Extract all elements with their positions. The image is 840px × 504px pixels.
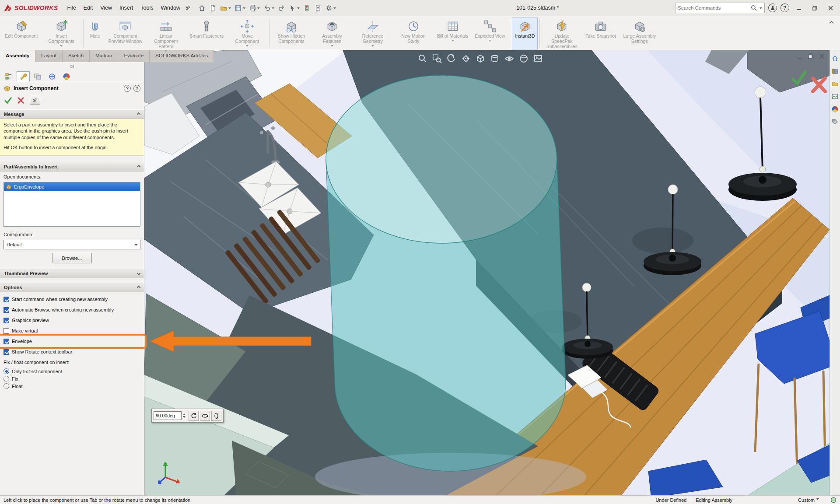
ribbon-button-take-snapshot[interactable]: Take Snapshot xyxy=(582,18,619,49)
checkbox-show-rotate-context-toolbar[interactable]: Show Rotate context toolbar xyxy=(0,346,144,357)
checkbox-icon[interactable] xyxy=(4,318,9,323)
redo-icon[interactable] xyxy=(276,4,287,13)
minimize-icon[interactable] xyxy=(793,2,805,14)
radio-float[interactable]: Float xyxy=(0,382,144,390)
print-caret-icon[interactable] xyxy=(257,7,260,10)
checkbox-start-command[interactable]: Start command when creating new assembly xyxy=(0,294,144,304)
user-icon[interactable] xyxy=(768,4,777,12)
propertymanager-tab[interactable] xyxy=(17,71,30,82)
ribbon-button-assembly-features[interactable]: Assembly Features xyxy=(312,18,352,49)
zoom-fit-icon[interactable] xyxy=(418,54,427,63)
view-palette-icon[interactable] xyxy=(831,93,839,100)
file-properties-icon[interactable] xyxy=(313,4,323,13)
units-selector[interactable]: Custom xyxy=(798,497,819,503)
splitter-handle-icon[interactable] xyxy=(70,65,74,68)
menu-window[interactable]: Window xyxy=(157,2,183,14)
open-icon[interactable] xyxy=(219,4,232,13)
section-header-options[interactable]: Options xyxy=(0,283,144,292)
reference-geometry-caret-icon[interactable] xyxy=(371,45,374,48)
rotation-angle-field[interactable]: 90.00deg xyxy=(154,411,182,420)
ribbon-button-bill-of-materials[interactable]: Bill of Materials xyxy=(434,18,471,49)
undo-icon[interactable] xyxy=(262,4,276,13)
menu-pin-icon[interactable] xyxy=(185,5,190,10)
options-caret-icon[interactable] xyxy=(333,7,336,10)
section-header-thumbnail-preview[interactable]: Thumbnail Preview xyxy=(0,269,144,278)
radio-icon[interactable] xyxy=(4,368,9,374)
checkbox-icon[interactable] xyxy=(4,297,9,302)
ribbon-collapse-icon[interactable] xyxy=(825,18,838,28)
panel-splitter[interactable] xyxy=(0,62,144,71)
search-commands-box[interactable] xyxy=(675,3,765,13)
angle-spinner[interactable] xyxy=(183,412,186,419)
rotate-y-button[interactable] xyxy=(200,411,210,421)
radio-icon[interactable] xyxy=(4,376,9,382)
bom-caret-icon[interactable] xyxy=(452,40,454,43)
dimxpertmanager-tab[interactable] xyxy=(46,71,59,82)
checkbox-icon[interactable] xyxy=(4,349,9,355)
move-component-caret-icon[interactable] xyxy=(246,45,248,48)
menu-view[interactable]: View xyxy=(97,2,116,14)
new-document-icon[interactable] xyxy=(208,4,218,13)
spinner-down-icon[interactable] xyxy=(183,416,186,419)
insert-components-caret-icon[interactable] xyxy=(60,45,63,48)
open-documents-list[interactable]: ErgoEnvelope xyxy=(4,182,140,227)
view-orientation-icon[interactable] xyxy=(476,54,485,63)
rebuild-icon[interactable] xyxy=(302,4,312,13)
radio-fix[interactable]: Fix xyxy=(0,375,144,382)
graphics-viewport[interactable]: 90.00deg xyxy=(144,50,830,495)
tab-layout[interactable]: Layout xyxy=(35,50,63,62)
search-caret-icon[interactable] xyxy=(760,7,762,10)
select-arrow-icon[interactable] xyxy=(287,4,301,13)
checkbox-icon[interactable] xyxy=(4,328,9,334)
ribbon-button-component-preview-window[interactable]: Component Preview Window xyxy=(105,18,145,49)
expand-chevron-icon[interactable] xyxy=(137,272,140,275)
menu-insert[interactable]: Insert xyxy=(116,2,136,14)
pm-help-icon[interactable]: ? xyxy=(133,85,140,92)
previous-view-icon[interactable] xyxy=(447,54,456,63)
options-gear-icon[interactable] xyxy=(324,4,337,13)
zoom-area-icon[interactable] xyxy=(432,54,442,63)
ribbon-button-update-speedpak[interactable]: Update SpeedPak Subassemblies xyxy=(542,18,582,49)
ribbon-button-exploded-view[interactable]: Exploded View xyxy=(472,18,508,49)
tab-assembly[interactable]: Assembly xyxy=(0,50,35,62)
save-icon[interactable] xyxy=(233,4,247,13)
checkbox-icon[interactable] xyxy=(4,307,9,313)
rotate-x-button[interactable] xyxy=(189,411,199,421)
radio-only-fix-first-component[interactable]: Only fix first component xyxy=(0,368,144,375)
exploded-view-caret-icon[interactable] xyxy=(489,40,491,43)
scene-settings-icon[interactable] xyxy=(533,54,543,63)
doc-close-icon[interactable] xyxy=(819,53,825,60)
configuration-dropdown-button[interactable] xyxy=(132,240,140,249)
menu-edit[interactable]: Edit xyxy=(80,2,97,14)
search-icon[interactable] xyxy=(751,5,757,11)
displaymanager-tab[interactable] xyxy=(60,71,73,82)
assembly-features-caret-icon[interactable] xyxy=(331,45,333,48)
tab-evaluate[interactable]: Evaluate xyxy=(118,50,150,62)
open-caret-icon[interactable] xyxy=(228,7,231,10)
pm-pushpin-button[interactable] xyxy=(30,96,40,105)
collapse-chevron-icon[interactable] xyxy=(137,165,140,168)
ribbon-button-smart-fasteners[interactable]: Smart Fasteners xyxy=(186,18,227,49)
collapse-chevron-icon[interactable] xyxy=(137,112,140,116)
featuremanager-tab[interactable] xyxy=(2,71,15,82)
ribbon-button-show-hidden-components[interactable]: Show Hidden Components xyxy=(271,18,312,49)
menu-tools[interactable]: Tools xyxy=(137,2,157,14)
ribbon-button-new-motion-study[interactable]: New Motion Study xyxy=(393,18,434,49)
print-icon[interactable] xyxy=(248,4,261,13)
select-caret-icon[interactable] xyxy=(297,7,300,10)
ribbon-button-edit-component[interactable]: Edit Component xyxy=(2,18,41,49)
appearance-icon[interactable] xyxy=(519,54,528,63)
pm-cancel-button[interactable] xyxy=(17,97,24,104)
ribbon-button-reference-geometry[interactable]: Reference Geometry xyxy=(353,18,393,49)
custom-properties-icon[interactable] xyxy=(831,118,839,126)
help-icon[interactable]: ? xyxy=(780,4,789,12)
doc-restore-icon[interactable] xyxy=(808,53,814,60)
tab-solidworks-add-ins[interactable]: SOLIDWORKS Add-Ins xyxy=(150,50,214,62)
save-caret-icon[interactable] xyxy=(243,7,245,10)
pm-ok-button[interactable] xyxy=(4,97,12,104)
configurationmanager-tab[interactable] xyxy=(31,71,44,82)
section-view-icon[interactable] xyxy=(461,54,471,63)
file-explorer-icon[interactable] xyxy=(831,80,839,88)
collapse-chevron-icon[interactable] xyxy=(137,286,140,289)
doc-minimize-icon[interactable] xyxy=(797,53,803,60)
